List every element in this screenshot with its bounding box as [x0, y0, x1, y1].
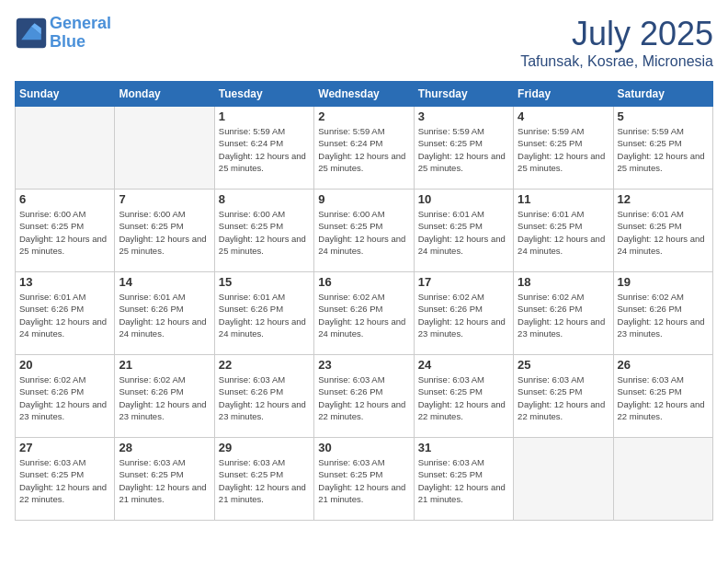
day-number: 8	[219, 192, 310, 206]
calendar-cell: 23Sunrise: 6:03 AMSunset: 6:26 PMDayligh…	[314, 355, 414, 438]
logo-text: General Blue	[50, 15, 111, 52]
calendar-cell	[16, 107, 115, 190]
calendar-cell: 11Sunrise: 6:01 AMSunset: 6:25 PMDayligh…	[514, 190, 613, 272]
day-info: Sunrise: 6:01 AMSunset: 6:26 PMDaylight:…	[119, 291, 210, 339]
day-info: Sunrise: 6:03 AMSunset: 6:25 PMDaylight:…	[418, 456, 509, 505]
day-number: 2	[318, 109, 409, 123]
calendar-cell: 13Sunrise: 6:01 AMSunset: 6:26 PMDayligh…	[16, 272, 115, 355]
calendar-cell	[514, 438, 613, 521]
day-number: 30	[318, 441, 409, 454]
calendar-cell	[613, 438, 712, 521]
calendar-week-3: 13Sunrise: 6:01 AMSunset: 6:26 PMDayligh…	[16, 272, 713, 355]
weekday-header-wednesday: Wednesday	[314, 82, 414, 107]
calendar-cell: 30Sunrise: 6:03 AMSunset: 6:25 PMDayligh…	[314, 438, 414, 521]
day-info: Sunrise: 6:03 AMSunset: 6:25 PMDaylight:…	[618, 373, 709, 422]
calendar-cell: 5Sunrise: 5:59 AMSunset: 6:25 PMDaylight…	[613, 107, 712, 190]
calendar-cell: 14Sunrise: 6:01 AMSunset: 6:26 PMDayligh…	[115, 272, 214, 355]
day-info: Sunrise: 6:02 AMSunset: 6:26 PMDaylight:…	[318, 291, 409, 339]
day-number: 7	[119, 192, 210, 206]
day-info: Sunrise: 6:03 AMSunset: 6:25 PMDaylight:…	[418, 373, 509, 422]
calendar-cell: 20Sunrise: 6:02 AMSunset: 6:26 PMDayligh…	[16, 355, 115, 438]
day-info: Sunrise: 6:01 AMSunset: 6:25 PMDaylight:…	[518, 208, 609, 257]
day-number: 5	[618, 109, 709, 123]
day-info: Sunrise: 6:00 AMSunset: 6:25 PMDaylight:…	[219, 208, 310, 257]
day-info: Sunrise: 6:01 AMSunset: 6:25 PMDaylight:…	[618, 208, 709, 257]
day-info: Sunrise: 6:03 AMSunset: 6:26 PMDaylight:…	[318, 373, 409, 422]
day-number: 16	[318, 275, 409, 289]
day-info: Sunrise: 6:02 AMSunset: 6:26 PMDaylight:…	[19, 373, 110, 422]
calendar-cell	[115, 107, 214, 190]
calendar-cell: 6Sunrise: 6:00 AMSunset: 6:25 PMDaylight…	[16, 190, 115, 272]
day-number: 21	[119, 358, 210, 372]
calendar-cell: 27Sunrise: 6:03 AMSunset: 6:25 PMDayligh…	[16, 438, 115, 521]
calendar-cell: 25Sunrise: 6:03 AMSunset: 6:25 PMDayligh…	[514, 355, 613, 438]
calendar-cell: 15Sunrise: 6:01 AMSunset: 6:26 PMDayligh…	[214, 272, 313, 355]
logo-line2: Blue	[50, 32, 85, 51]
day-info: Sunrise: 6:03 AMSunset: 6:25 PMDaylight:…	[19, 456, 110, 505]
day-info: Sunrise: 6:03 AMSunset: 6:26 PMDaylight:…	[219, 373, 310, 422]
day-info: Sunrise: 6:01 AMSunset: 6:26 PMDaylight:…	[19, 291, 110, 339]
day-info: Sunrise: 5:59 AMSunset: 6:24 PMDaylight:…	[219, 125, 310, 174]
calendar-cell: 16Sunrise: 6:02 AMSunset: 6:26 PMDayligh…	[314, 272, 414, 355]
calendar-week-5: 27Sunrise: 6:03 AMSunset: 6:25 PMDayligh…	[16, 438, 713, 521]
calendar-cell: 7Sunrise: 6:00 AMSunset: 6:25 PMDaylight…	[115, 190, 214, 272]
weekday-header-sunday: Sunday	[16, 82, 115, 107]
calendar-body: 1Sunrise: 5:59 AMSunset: 6:24 PMDaylight…	[16, 107, 713, 521]
day-number: 26	[618, 358, 709, 372]
logo-line1: General	[50, 14, 111, 32]
day-number: 1	[219, 109, 310, 123]
day-info: Sunrise: 6:00 AMSunset: 6:25 PMDaylight:…	[119, 208, 210, 257]
month-title: July 2025	[520, 15, 713, 53]
location-title: Tafunsak, Kosrae, Micronesia	[520, 53, 713, 70]
calendar-cell: 31Sunrise: 6:03 AMSunset: 6:25 PMDayligh…	[414, 438, 513, 521]
day-info: Sunrise: 6:03 AMSunset: 6:25 PMDaylight:…	[318, 456, 409, 505]
calendar-week-4: 20Sunrise: 6:02 AMSunset: 6:26 PMDayligh…	[16, 355, 713, 438]
day-info: Sunrise: 6:03 AMSunset: 6:25 PMDaylight:…	[119, 456, 210, 505]
day-info: Sunrise: 6:01 AMSunset: 6:26 PMDaylight:…	[219, 291, 310, 339]
calendar-week-2: 6Sunrise: 6:00 AMSunset: 6:25 PMDaylight…	[16, 190, 713, 272]
day-number: 17	[418, 275, 509, 289]
calendar-cell: 4Sunrise: 5:59 AMSunset: 6:25 PMDaylight…	[514, 107, 613, 190]
calendar-cell: 12Sunrise: 6:01 AMSunset: 6:25 PMDayligh…	[613, 190, 712, 272]
day-info: Sunrise: 6:03 AMSunset: 6:25 PMDaylight:…	[219, 456, 310, 505]
day-number: 14	[119, 275, 210, 289]
day-info: Sunrise: 6:02 AMSunset: 6:26 PMDaylight:…	[618, 291, 709, 339]
weekday-header-friday: Friday	[514, 82, 613, 107]
weekday-header-saturday: Saturday	[613, 82, 712, 107]
calendar-cell: 10Sunrise: 6:01 AMSunset: 6:25 PMDayligh…	[414, 190, 513, 272]
calendar-header: SundayMondayTuesdayWednesdayThursdayFrid…	[16, 82, 713, 107]
weekday-header-row: SundayMondayTuesdayWednesdayThursdayFrid…	[16, 82, 713, 107]
calendar-cell: 18Sunrise: 6:02 AMSunset: 6:26 PMDayligh…	[514, 272, 613, 355]
day-number: 20	[19, 358, 110, 372]
day-number: 11	[518, 192, 609, 206]
calendar-cell: 26Sunrise: 6:03 AMSunset: 6:25 PMDayligh…	[613, 355, 712, 438]
day-number: 3	[418, 109, 509, 123]
day-number: 13	[19, 275, 110, 289]
day-number: 29	[219, 441, 310, 454]
calendar-cell: 22Sunrise: 6:03 AMSunset: 6:26 PMDayligh…	[214, 355, 313, 438]
calendar-cell: 3Sunrise: 5:59 AMSunset: 6:25 PMDaylight…	[414, 107, 513, 190]
day-info: Sunrise: 5:59 AMSunset: 6:25 PMDaylight:…	[418, 125, 509, 174]
title-block: July 2025 Tafunsak, Kosrae, Micronesia	[520, 15, 713, 70]
calendar-cell: 2Sunrise: 5:59 AMSunset: 6:24 PMDaylight…	[314, 107, 414, 190]
calendar-cell: 1Sunrise: 5:59 AMSunset: 6:24 PMDaylight…	[214, 107, 313, 190]
calendar-cell: 17Sunrise: 6:02 AMSunset: 6:26 PMDayligh…	[414, 272, 513, 355]
calendar-cell: 28Sunrise: 6:03 AMSunset: 6:25 PMDayligh…	[115, 438, 214, 521]
calendar-cell: 21Sunrise: 6:02 AMSunset: 6:26 PMDayligh…	[115, 355, 214, 438]
day-number: 9	[318, 192, 409, 206]
day-number: 25	[518, 358, 609, 372]
day-number: 4	[518, 109, 609, 123]
day-number: 24	[418, 358, 509, 372]
day-info: Sunrise: 6:02 AMSunset: 6:26 PMDaylight:…	[119, 373, 210, 422]
day-info: Sunrise: 6:01 AMSunset: 6:25 PMDaylight:…	[418, 208, 509, 257]
weekday-header-thursday: Thursday	[414, 82, 513, 107]
calendar-cell: 8Sunrise: 6:00 AMSunset: 6:25 PMDaylight…	[214, 190, 313, 272]
day-number: 19	[618, 275, 709, 289]
day-info: Sunrise: 5:59 AMSunset: 6:24 PMDaylight:…	[318, 125, 409, 174]
logo-icon	[15, 17, 48, 50]
day-number: 28	[119, 441, 210, 454]
day-number: 27	[19, 441, 110, 454]
day-number: 10	[418, 192, 509, 206]
day-number: 31	[418, 441, 509, 454]
calendar-cell: 9Sunrise: 6:00 AMSunset: 6:25 PMDaylight…	[314, 190, 414, 272]
